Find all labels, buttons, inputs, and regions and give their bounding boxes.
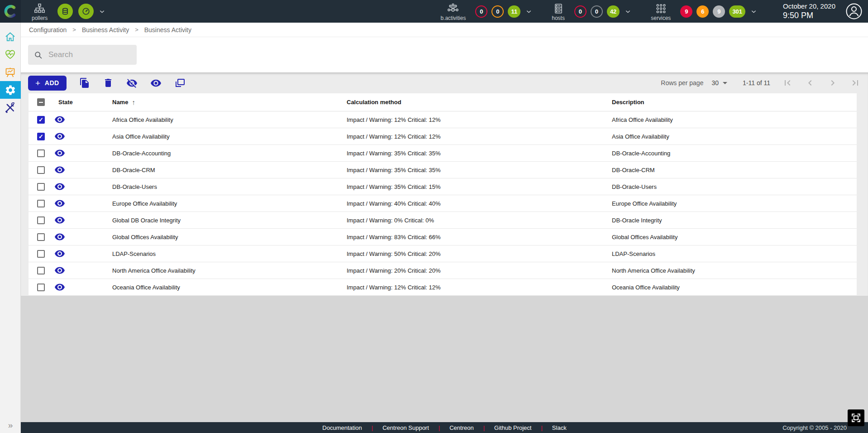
- status-badge[interactable]: 301: [729, 5, 745, 18]
- user-profile-button[interactable]: [845, 3, 863, 20]
- first-page-button[interactable]: [782, 77, 793, 88]
- breadcrumb-configuration[interactable]: Configuration: [29, 26, 67, 34]
- footer-link[interactable]: Centreon Support: [382, 424, 429, 431]
- row-name[interactable]: Oceania Office Availability: [110, 284, 345, 291]
- status-badge[interactable]: 11: [508, 5, 520, 18]
- visibility-eye-icon[interactable]: [54, 198, 65, 209]
- visibility-eye-icon[interactable]: [54, 215, 65, 226]
- next-page-button[interactable]: [827, 77, 838, 88]
- footer-link[interactable]: Github Project: [494, 424, 531, 431]
- sidebar-item-configuration[interactable]: [0, 81, 21, 99]
- database-status-icon[interactable]: [57, 4, 73, 19]
- business-activities-label: b.activities: [440, 15, 466, 21]
- footer-separator: |: [439, 424, 440, 431]
- footer-link[interactable]: Slack: [552, 424, 567, 431]
- row-checkbox[interactable]: [37, 233, 45, 241]
- row-checkbox[interactable]: [37, 267, 45, 274]
- sidebar-item-administration[interactable]: [0, 99, 21, 116]
- status-badge[interactable]: 0: [475, 5, 487, 18]
- row-name[interactable]: DB-Oracle-CRM: [110, 167, 345, 173]
- row-description: DB-Oracle-Users: [610, 183, 857, 190]
- last-page-button[interactable]: [850, 77, 861, 88]
- row-checkbox[interactable]: [37, 149, 45, 157]
- copy-icon[interactable]: [79, 77, 90, 88]
- add-button[interactable]: + ADD: [28, 76, 67, 91]
- row-name[interactable]: DB-Oracle-Accounting: [110, 150, 345, 157]
- row-name[interactable]: Asia Office Availability: [110, 133, 345, 140]
- hosts-badges: 0042: [570, 5, 620, 18]
- row-name[interactable]: LDAP-Scenarios: [110, 250, 345, 257]
- select-all-checkbox[interactable]: [37, 98, 45, 106]
- row-checkbox[interactable]: [37, 133, 45, 140]
- breadcrumb: Configuration > Business Activity > Busi…: [21, 23, 868, 37]
- row-checkbox[interactable]: [37, 183, 45, 191]
- business-activities-chevron-down-icon[interactable]: [525, 8, 533, 15]
- status-badge[interactable]: 9: [680, 5, 692, 18]
- breadcrumb-business-activity[interactable]: Business Activity: [82, 26, 129, 34]
- visibility-eye-icon[interactable]: [54, 265, 65, 276]
- row-checkbox[interactable]: [37, 166, 45, 174]
- footer-link[interactable]: Centreon: [449, 424, 473, 431]
- row-name[interactable]: DB-Oracle-Users: [110, 183, 345, 190]
- footer-link[interactable]: Documentation: [322, 424, 362, 431]
- breadcrumb-separator: >: [135, 26, 138, 33]
- row-name[interactable]: Europe Office Availability: [110, 200, 345, 207]
- business-activities-menu[interactable]: b.activities: [440, 0, 466, 22]
- row-name[interactable]: Global DB Oracle Integrity: [110, 217, 345, 224]
- visibility-eye-icon[interactable]: [54, 148, 65, 159]
- visibility-eye-icon[interactable]: [54, 181, 65, 192]
- pollers-chevron-down-icon[interactable]: [98, 8, 106, 15]
- rows-per-page-select[interactable]: 30: [711, 79, 727, 87]
- search-input[interactable]: [48, 50, 124, 60]
- visibility-eye-icon[interactable]: [54, 164, 65, 175]
- duplicate-icon[interactable]: [174, 77, 185, 88]
- row-name[interactable]: Africa Office Availability: [110, 116, 345, 123]
- row-description: Global Offices Availability: [610, 234, 857, 241]
- visibility-eye-icon[interactable]: [54, 282, 65, 293]
- visibility-eye-icon[interactable]: [54, 131, 65, 142]
- current-date: October 20, 2020: [783, 2, 835, 11]
- row-checkbox[interactable]: [37, 116, 45, 124]
- status-badge[interactable]: 6: [696, 5, 709, 18]
- sidebar-expand-button[interactable]: »: [0, 420, 21, 430]
- row-checkbox[interactable]: [37, 250, 45, 258]
- services-chevron-down-icon[interactable]: [750, 8, 758, 15]
- delete-icon[interactable]: [103, 77, 114, 88]
- table-row: Africa Office Availability Impact / Warn…: [29, 111, 857, 128]
- row-checkbox[interactable]: [37, 216, 45, 224]
- breadcrumb-separator: >: [72, 26, 76, 33]
- disable-visibility-icon[interactable]: [126, 77, 138, 89]
- visibility-eye-icon[interactable]: [54, 248, 65, 259]
- row-name[interactable]: North America Office Availability: [110, 267, 345, 274]
- chart-easel-icon: [4, 66, 16, 78]
- status-badge[interactable]: 0: [591, 5, 603, 18]
- breadcrumb-business-activity-page[interactable]: Business Activity: [144, 26, 191, 34]
- fullscreen-button[interactable]: [848, 409, 864, 426]
- column-header-name[interactable]: Name ↑: [110, 98, 345, 106]
- status-badge[interactable]: 0: [491, 5, 504, 18]
- status-badge[interactable]: 9: [713, 5, 725, 18]
- sidebar-item-home[interactable]: [0, 28, 21, 46]
- services-menu[interactable]: services: [651, 0, 671, 22]
- visibility-eye-icon[interactable]: [54, 114, 65, 125]
- row-checkbox[interactable]: [37, 284, 45, 291]
- row-checkbox[interactable]: [37, 200, 45, 207]
- status-badge[interactable]: 42: [607, 5, 620, 18]
- hosts-menu[interactable]: hosts: [552, 0, 565, 22]
- row-calculation-method: Impact / Warning: 20% Critical: 20%: [345, 267, 610, 274]
- sidebar-item-reporting[interactable]: [0, 63, 21, 81]
- row-description: Oceania Office Availability: [610, 284, 857, 291]
- visibility-eye-icon[interactable]: [54, 231, 65, 242]
- table-row: Oceania Office Availability Impact / War…: [29, 279, 857, 296]
- sidebar-item-monitoring[interactable]: [0, 46, 21, 63]
- hosts-chevron-down-icon[interactable]: [624, 8, 632, 15]
- row-name[interactable]: Global Offices Availability: [110, 234, 345, 241]
- footer-links: Documentation|Centreon Support|Centreon|…: [21, 424, 868, 431]
- search-box[interactable]: [28, 45, 137, 65]
- enable-visibility-icon[interactable]: [150, 77, 162, 89]
- latency-gauge-icon[interactable]: [78, 4, 94, 19]
- pollers-menu[interactable]: pollers: [32, 0, 48, 22]
- centreon-logo[interactable]: [0, 0, 21, 23]
- previous-page-button[interactable]: [805, 77, 816, 88]
- status-badge[interactable]: 0: [574, 5, 587, 18]
